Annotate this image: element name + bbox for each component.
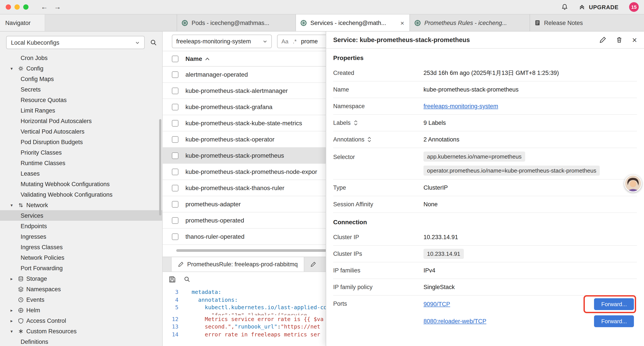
storage-icon — [18, 276, 26, 281]
row-checkbox[interactable] — [172, 168, 178, 175]
tab-prometheus-rules[interactable]: Prometheus Rules - icecheng... — [410, 14, 530, 31]
helm-icon — [18, 307, 26, 313]
navigator-panel-label: Navigator — [0, 14, 45, 31]
upgrade-label: UPGRADE — [589, 4, 618, 10]
chevron-down-icon[interactable]: ▾ — [10, 329, 18, 334]
kubernetes-icon — [300, 19, 307, 26]
sidebar-item-pod-disruption-budgets[interactable]: Pod Disruption Budgets — [0, 137, 162, 147]
row-checkbox[interactable] — [172, 201, 178, 207]
port-link-9090[interactable]: 9090/TCP — [424, 301, 450, 308]
chevron-right-icon[interactable]: ▸ — [10, 318, 18, 323]
cluster-ip-badge: 10.233.14.91 — [424, 249, 464, 259]
forward-button-8080[interactable]: Forward... — [594, 315, 634, 327]
sidebar-item-vertical-pod-autoscalers[interactable]: Vertical Pod Autoscalers — [0, 126, 162, 137]
editor-tab-prometheusrule[interactable]: PrometheusRule: freeleaps-prod-rabbitmq — [172, 257, 304, 272]
tab-pods[interactable]: Pods - icecheng@mathmas... — [177, 14, 296, 31]
expand-toggle-icon[interactable] — [368, 137, 372, 142]
sidebar-item-config[interactable]: ▾Config — [0, 63, 162, 74]
name-column-header[interactable]: Name — [186, 55, 210, 62]
chevron-down-icon[interactable]: ▾ — [10, 203, 18, 207]
sidebar-item-runtime-classes[interactable]: Runtime Classes — [0, 158, 162, 168]
zoom-window-button[interactable] — [23, 4, 28, 10]
close-tab-icon[interactable]: × — [400, 19, 405, 26]
chevron-down-icon — [262, 39, 268, 43]
sidebar-item-helm[interactable]: ▸Helm — [0, 305, 162, 315]
upgrade-icon — [579, 4, 585, 10]
port-link-8080[interactable]: 8080:reloader-web/TCP — [424, 318, 486, 325]
notification-count-badge[interactable]: 15 — [629, 2, 639, 12]
sidebar-item-ingress-classes[interactable]: Ingress Classes — [0, 242, 162, 252]
user-avatar[interactable] — [624, 175, 642, 192]
forward-button[interactable]: → — [54, 3, 61, 10]
sidebar-item-secrets[interactable]: Secrets — [0, 84, 162, 95]
row-checkbox[interactable] — [172, 152, 178, 159]
sidebar-item-events[interactable]: Events — [0, 294, 162, 305]
regex-toggle[interactable]: .* — [293, 38, 296, 44]
upgrade-button[interactable]: UPGRADE — [579, 4, 618, 10]
sidebar-item-port-forwarding[interactable]: Port Forwarding — [0, 263, 162, 273]
match-case-toggle[interactable]: Aa — [282, 38, 288, 44]
forward-button-9090[interactable]: Forward... — [594, 298, 634, 310]
kubeconfig-dropdown[interactable]: Local Kubeconfigs — [6, 36, 145, 49]
sidebar-item-network-policies[interactable]: Network Policies — [0, 252, 162, 263]
sidebar-item-endpoints[interactable]: Endpoints — [0, 221, 162, 231]
save-icon[interactable] — [169, 276, 176, 283]
sidebar-item-cron-jobs[interactable]: Cron Jobs — [0, 52, 162, 63]
sidebar-item-custom-resources[interactable]: ▾Custom Resources — [0, 326, 162, 336]
row-checkbox[interactable] — [172, 185, 178, 191]
row-checkbox[interactable] — [172, 71, 178, 78]
row-checkbox[interactable] — [172, 233, 178, 240]
app-window: ← → UPGRADE 15 Navigator Pods - i — [0, 0, 644, 346]
sidebar-scrollbar[interactable] — [159, 119, 161, 216]
namespace-link[interactable]: freeleaps-monitoring-system — [424, 103, 498, 109]
network-icon — [18, 202, 26, 208]
row-checkbox[interactable] — [172, 120, 178, 126]
sidebar-item-horizontal-pod-autoscalers[interactable]: Horizontal Pod Autoscalers — [0, 116, 162, 126]
editor-search-icon[interactable] — [184, 276, 190, 283]
delete-trash-icon[interactable] — [616, 36, 622, 43]
row-checkbox[interactable] — [172, 217, 178, 224]
sidebar-item-storage[interactable]: ▸Storage — [0, 273, 162, 284]
navigator-tree: Cron Jobs▾ConfigConfig MapsSecretsResour… — [0, 52, 162, 346]
sidebar-item-namespaces[interactable]: Namespaces — [0, 284, 162, 294]
sidebar-item-resource-quotas[interactable]: Resource Quotas — [0, 95, 162, 105]
chevron-down-icon[interactable]: ▾ — [10, 66, 18, 71]
sidebar-item-config-maps[interactable]: Config Maps — [0, 74, 162, 84]
property-row-namespace: Namespace freeleaps-monitoring-system — [333, 98, 637, 115]
namespace-filter-dropdown[interactable]: freeleaps-monitoring-system — [172, 34, 272, 48]
select-all-checkbox[interactable] — [172, 55, 178, 62]
row-checkbox[interactable] — [172, 87, 178, 94]
sidebar-item-priority-classes[interactable]: Priority Classes — [0, 147, 162, 158]
tab-release-notes[interactable]: Release Notes — [530, 14, 644, 31]
tab-services[interactable]: Services - icecheng@math... × — [296, 14, 410, 31]
window-controls — [0, 4, 28, 10]
sidebar-item-validating-webhook-configurations[interactable]: Validating Webhook Configurations — [0, 189, 162, 200]
sidebar-item-services[interactable]: Services — [0, 210, 162, 221]
back-button[interactable]: ← — [41, 3, 48, 10]
minimize-window-button[interactable] — [14, 4, 20, 10]
sidebar-item-access-control[interactable]: ▸Access Control — [0, 315, 162, 326]
sidebar-item-leases[interactable]: Leases — [0, 168, 162, 179]
close-drawer-icon[interactable]: × — [632, 36, 637, 44]
row-checkbox[interactable] — [172, 104, 178, 110]
config-icon — [18, 65, 26, 71]
edit-pencil-icon[interactable] — [599, 36, 606, 43]
sidebar-item-limit-ranges[interactable]: Limit Ranges — [0, 105, 162, 116]
sidebar-item-ingresses[interactable]: Ingresses — [0, 231, 162, 242]
selector-badge: operator.prometheus.io/name=kube-prometh… — [424, 166, 600, 176]
property-row-ports: Ports 9090/TCP Forward... 8080:reloader-… — [333, 296, 637, 330]
sidebar-search-icon[interactable] — [150, 39, 157, 46]
navigator-sidebar: Local Kubeconfigs Cron Jobs▾ConfigConfig… — [0, 31, 163, 346]
sidebar-item-network[interactable]: ▾Network — [0, 200, 162, 210]
chevron-right-icon[interactable]: ▸ — [10, 276, 18, 281]
sidebar-item-definitions[interactable]: Definitions — [0, 336, 162, 346]
close-window-button[interactable] — [6, 4, 11, 10]
tab-bar: Navigator Pods - icecheng@mathmas... Ser… — [0, 14, 644, 31]
sidebar-item-mutating-webhook-configurations[interactable]: Mutating Webhook Configurations — [0, 179, 162, 189]
row-checkbox[interactable] — [172, 136, 178, 143]
chevron-right-icon[interactable]: ▸ — [10, 308, 18, 313]
property-row-annotations: Annotations 2 Annotations — [333, 131, 637, 148]
notifications-bell-icon[interactable] — [561, 3, 568, 10]
edit-pencil-icon — [310, 262, 316, 267]
expand-toggle-icon[interactable] — [354, 120, 358, 126]
